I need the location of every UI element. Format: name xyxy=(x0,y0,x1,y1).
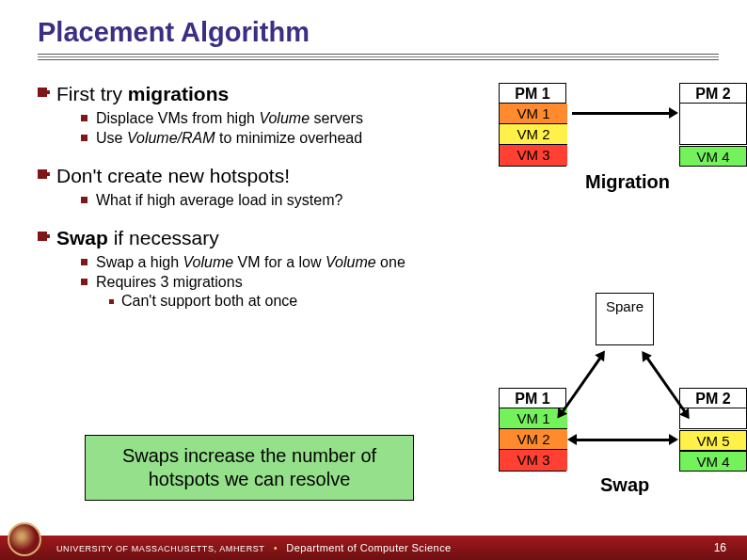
vm3-cell: VM 3 xyxy=(500,145,567,166)
bullet-icon xyxy=(81,279,87,285)
bullet-icon xyxy=(109,299,114,304)
vm4-cell: VM 4 xyxy=(679,146,747,167)
bullet-hotspots: Don't create new hotspots! xyxy=(38,165,461,187)
bullet-icon xyxy=(38,88,47,97)
slide-title: Placement Algorithm xyxy=(38,17,719,48)
arrow-icon xyxy=(572,112,670,115)
spare-box: Spare xyxy=(596,293,654,345)
bullet-migrations: First try migrations xyxy=(38,83,461,105)
bullet-icon xyxy=(81,115,87,121)
vm1-cell: VM 1 xyxy=(500,104,567,124)
text-column: First try migrations Displace VMs from h… xyxy=(38,79,461,311)
sub-bullet: Use Volume/RAM to minimize overhead xyxy=(81,129,461,148)
diagram-area: PM 1 VM 1 VM 2 VM 3 PM 2 VM 4 Migration … xyxy=(461,62,747,504)
bullet-icon xyxy=(38,232,47,241)
pm1-header-2: PM 1 xyxy=(499,388,566,408)
vm5-cell: VM 5 xyxy=(679,430,747,451)
bullet-icon xyxy=(38,169,47,179)
swap-label: Swap xyxy=(600,474,649,496)
pm2-header: PM 2 xyxy=(679,83,747,104)
vm2-cell-2: VM 2 xyxy=(500,429,567,450)
dot-icon: • xyxy=(274,543,278,553)
arrow-icon xyxy=(646,357,687,412)
sub-bullet: What if high average load in system? xyxy=(81,191,461,210)
vm3-cell-2: VM 3 xyxy=(500,450,567,471)
sub-sub-bullet: Can't support both at once xyxy=(109,293,461,310)
pm2-header-2: PM 2 xyxy=(679,388,747,408)
pm1-header: PM 1 xyxy=(499,83,566,104)
bullet-icon xyxy=(81,259,87,265)
migration-label: Migration xyxy=(585,171,670,193)
page-number: 16 xyxy=(714,541,726,554)
arrow-icon xyxy=(562,357,602,412)
arrow-icon xyxy=(576,439,670,441)
callout-box: Swaps increase the number of hotspots we… xyxy=(85,435,414,501)
university-seal-icon xyxy=(8,522,41,556)
footer-bar: UNIVERSITY OF MASSACHUSETTS, AMHERST • D… xyxy=(0,536,747,560)
bullet-icon xyxy=(81,135,87,141)
sub-bullet: Displace VMs from high Volume servers xyxy=(81,109,461,128)
sub-bullet: Swap a high Volume VM for a low Volume o… xyxy=(81,253,461,272)
footer-text: UNIVERSITY OF MASSACHUSETTS, AMHERST • D… xyxy=(56,542,452,553)
sub-bullet: Requires 3 migrations xyxy=(81,273,461,292)
vm2-cell: VM 2 xyxy=(500,124,567,145)
bullet-icon xyxy=(81,197,87,203)
vm4-cell-2: VM 4 xyxy=(679,451,747,472)
bullet-swap: Swap if necessary xyxy=(38,227,461,249)
